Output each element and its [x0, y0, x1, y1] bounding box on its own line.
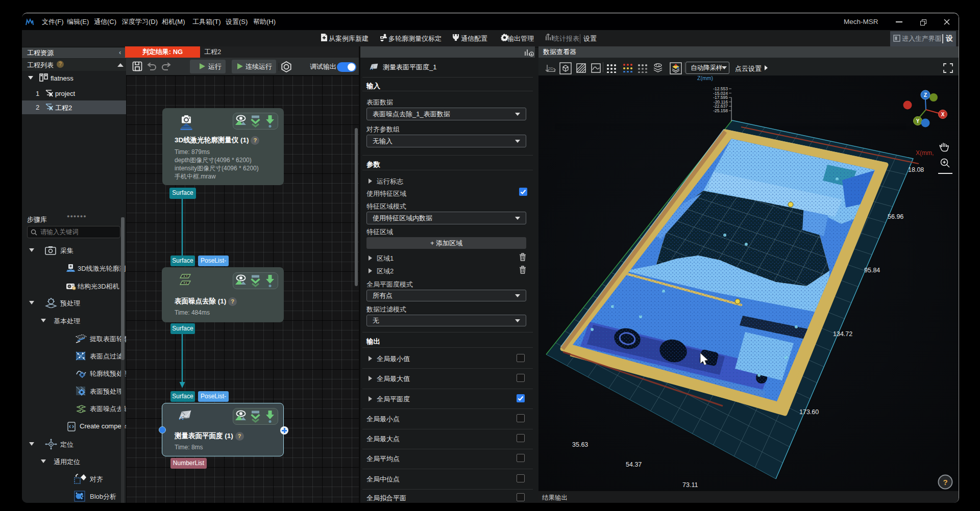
svg-text:95.84: 95.84	[864, 267, 880, 274]
svg-text:35.63: 35.63	[572, 441, 588, 448]
svg-text:Y: Y	[916, 118, 920, 124]
svg-text:18.08: 18.08	[908, 166, 924, 173]
svg-text:Z(mm): Z(mm)	[697, 75, 713, 81]
svg-text:173.60: 173.60	[799, 408, 819, 416]
svg-text:54.37: 54.37	[626, 461, 642, 468]
svg-text:-25.158: -25.158	[713, 108, 728, 113]
svg-text:2D: 2D	[548, 66, 553, 71]
svg-text:134.72: 134.72	[833, 330, 852, 338]
svg-text:Z: Z	[924, 92, 927, 98]
svg-text:X: X	[941, 112, 945, 117]
svg-text:?: ?	[943, 478, 947, 487]
svg-text:73.11: 73.11	[682, 481, 698, 489]
svg-text:56.96: 56.96	[888, 213, 903, 220]
svg-text:X(mm,: X(mm,	[916, 149, 934, 157]
